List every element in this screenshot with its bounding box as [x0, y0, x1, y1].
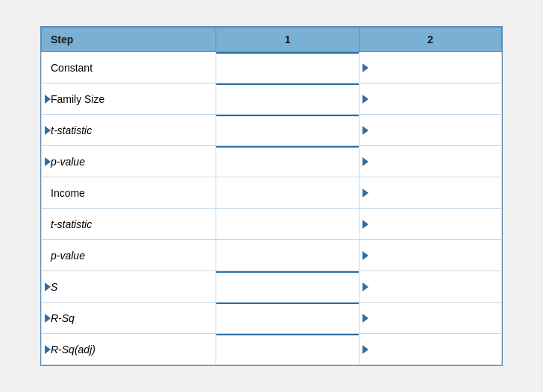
row-col1-4 [216, 177, 359, 209]
col1-top-bar [216, 146, 358, 148]
row-col1-6 [216, 240, 359, 271]
table-row: Constant [42, 52, 502, 83]
row-label-4: Income [42, 177, 216, 209]
left-arrow-icon [45, 314, 51, 323]
left-arrow-icon [45, 282, 51, 291]
row-label-text-5: t-statistic [51, 218, 92, 230]
row-col2-8 [359, 303, 501, 334]
col1-top-bar [216, 115, 358, 116]
row-col2-9 [359, 334, 501, 365]
row-col2-2 [359, 115, 501, 146]
table-row: p-value [42, 240, 502, 271]
row-col1-5 [216, 209, 359, 240]
row-label-text-6: p-value [51, 250, 85, 262]
row-label-7: S [42, 271, 216, 303]
table-row: t-statistic [42, 209, 502, 240]
right-arrow-icon [362, 345, 368, 354]
right-arrow-icon [362, 189, 368, 197]
right-arrow-icon [362, 314, 368, 323]
row-label-8: R-Sq [42, 303, 216, 334]
row-col1-8 [216, 303, 359, 334]
col1-top-bar [216, 303, 358, 304]
left-arrow-icon [45, 95, 51, 104]
row-col2-7 [359, 271, 501, 303]
col1-top-bar [216, 334, 358, 335]
col1-top-bar [216, 52, 358, 54]
row-label-1: Family Size [42, 83, 216, 115]
col1-top-bar [216, 271, 358, 273]
row-col1-3 [216, 146, 359, 177]
row-label-text-0: Constant [51, 62, 92, 74]
table-row: S [42, 271, 502, 303]
right-arrow-icon [362, 95, 368, 104]
header-row: Step 1 2 [42, 28, 502, 52]
row-label-text-1: Family Size [51, 93, 104, 105]
row-label-text-9: R-Sq(adj) [51, 344, 95, 355]
right-arrow-icon [362, 282, 368, 291]
row-col1-0 [216, 52, 359, 83]
row-label-3: p-value [42, 146, 216, 177]
row-label-5: t-statistic [42, 209, 216, 240]
row-label-text-3: p-value [51, 156, 85, 168]
left-arrow-icon [45, 345, 51, 354]
row-col1-2 [216, 115, 359, 146]
right-arrow-icon [362, 220, 368, 229]
row-label-2: t-statistic [42, 115, 216, 146]
left-arrow-icon [45, 157, 51, 166]
row-label-text-4: Income [51, 187, 85, 199]
header-col2: 2 [359, 28, 501, 52]
row-col2-5 [359, 209, 501, 240]
row-col2-6 [359, 240, 501, 271]
row-col2-0 [359, 52, 501, 83]
row-col2-1 [359, 83, 501, 115]
header-step: Step [42, 28, 216, 52]
table-row: R-Sq(adj) [42, 334, 502, 365]
table-row: Income [42, 177, 502, 209]
right-arrow-icon [362, 251, 368, 260]
row-col2-3 [359, 146, 501, 177]
row-col2-4 [359, 177, 501, 209]
table-row: R-Sq [42, 303, 502, 334]
table-row: p-value [42, 146, 502, 177]
right-arrow-icon [362, 63, 368, 72]
row-col1-9 [216, 334, 359, 365]
table-row: Family Size [42, 83, 502, 115]
row-label-text-8: R-Sq [51, 312, 75, 324]
main-table-container: Step 1 2 ConstantFamily Sizet-statisticp… [40, 26, 503, 366]
row-label-0: Constant [42, 52, 216, 83]
table-row: t-statistic [42, 115, 502, 146]
row-label-6: p-value [42, 240, 216, 271]
row-col1-1 [216, 83, 359, 115]
data-table: Step 1 2 ConstantFamily Sizet-statisticp… [41, 27, 502, 365]
col1-top-bar [216, 83, 358, 85]
row-label-text-7: S [51, 281, 57, 293]
row-label-text-2: t-statistic [51, 124, 92, 136]
right-arrow-icon [362, 126, 368, 135]
row-label-9: R-Sq(adj) [42, 334, 216, 365]
left-arrow-icon [45, 126, 51, 135]
right-arrow-icon [362, 157, 368, 166]
row-col1-7 [216, 271, 359, 303]
header-col1: 1 [216, 28, 359, 52]
